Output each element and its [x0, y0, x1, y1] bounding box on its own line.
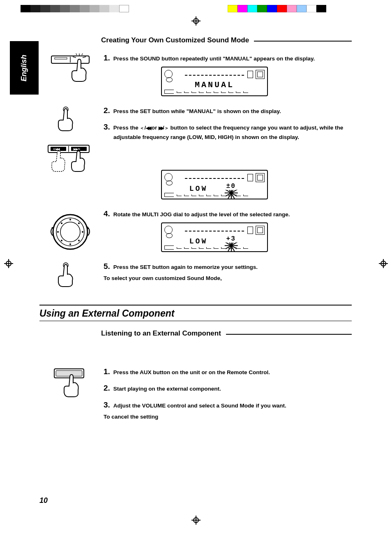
step-text-continued: adjustable frequency range (LOW, MID, HI…	[113, 134, 352, 141]
step-number: 2.	[104, 106, 110, 115]
note-text: To cancel the setting	[104, 414, 352, 420]
lcd-value: ±0	[226, 183, 237, 190]
step-text: Press the / or / button to select the fr…	[113, 124, 343, 132]
multi-jog-dial-icon	[48, 209, 93, 255]
subheading-sound-mode: Creating Your Own Customized Sound Mode	[101, 36, 249, 44]
svg-point-20	[60, 222, 80, 242]
step-text: Rotate the MULTI JOG dial to adjust the …	[113, 211, 290, 218]
step-number: 5.	[104, 262, 110, 271]
lcd-label: LOW	[189, 185, 208, 193]
step-number: 4.	[104, 209, 110, 218]
svg-point-21	[69, 219, 71, 220]
svg-point-22	[78, 222, 80, 224]
svg-rect-32	[56, 370, 82, 376]
step-number: 1.	[104, 367, 110, 376]
value-burst-icon: ±0	[222, 181, 240, 192]
press-set-button-icon	[56, 262, 85, 292]
step-number: 3.	[104, 123, 110, 132]
press-set-button-icon	[56, 106, 85, 137]
svg-point-24	[78, 240, 80, 241]
press-aux-button-icon	[52, 367, 89, 404]
step-number: 3.	[104, 400, 110, 410]
heading-external-component: Using an External Component	[39, 305, 352, 321]
next-button-glyph: /	[159, 125, 169, 131]
rule-icon	[254, 41, 352, 42]
lcd-display-low-3: LOW +3	[161, 222, 268, 252]
language-label: English	[20, 54, 28, 81]
step-text: Press the SET button while "MANUAL" is s…	[113, 108, 281, 115]
svg-point-25	[69, 243, 71, 245]
press-skip-buttons-icon: </◀◀ ▶▶/>	[46, 144, 95, 181]
step-number: 2.	[104, 384, 110, 393]
page-content: Creating Your Own Customized Sound Mode	[39, 36, 352, 422]
svg-text:</◀◀: </◀◀	[53, 148, 60, 151]
registration-mark-icon	[379, 259, 388, 268]
language-tab: English	[10, 41, 39, 95]
step-text: Adjust the VOLUME control and select a S…	[113, 402, 286, 410]
registration-mark-icon	[4, 259, 13, 268]
press-sound-button-icon	[50, 53, 91, 86]
lcd-label: LOW	[189, 237, 208, 245]
registration-mark-icon	[191, 516, 201, 525]
color-calibration-bar	[228, 5, 326, 12]
registration-mark-icon	[191, 16, 201, 25]
lcd-text: MANUAL	[195, 80, 234, 90]
note-text: To select your own customized Sound Mode…	[104, 275, 352, 281]
value-burst-icon: +3	[222, 233, 240, 245]
lcd-display-low-0: LOW ±0	[161, 170, 268, 199]
prev-button-glyph: /	[140, 125, 150, 131]
svg-line-5	[75, 53, 77, 55]
step-text: Press the SOUND button repeatedly until …	[113, 55, 315, 62]
svg-point-28	[61, 222, 62, 224]
svg-point-27	[57, 231, 59, 233]
grayscale-calibration-bar	[21, 5, 129, 12]
lcd-value: +3	[226, 235, 237, 243]
step-text: Press the SET button again to memorize y…	[113, 264, 258, 271]
rule-icon	[226, 334, 352, 335]
page-number: 10	[39, 496, 48, 505]
step-text: Press the AUX button on the unit or on t…	[113, 369, 270, 376]
svg-text:▶▶/>: ▶▶/>	[73, 148, 80, 151]
step-text: Start playing on the external component.	[113, 385, 221, 393]
svg-point-23	[82, 231, 83, 233]
lcd-display-manual: MANUAL	[161, 67, 268, 96]
subheading-listening-external: Listening to an External Component	[101, 329, 221, 338]
svg-point-26	[61, 240, 62, 241]
svg-line-4	[82, 53, 83, 55]
step-number: 1.	[104, 53, 110, 62]
